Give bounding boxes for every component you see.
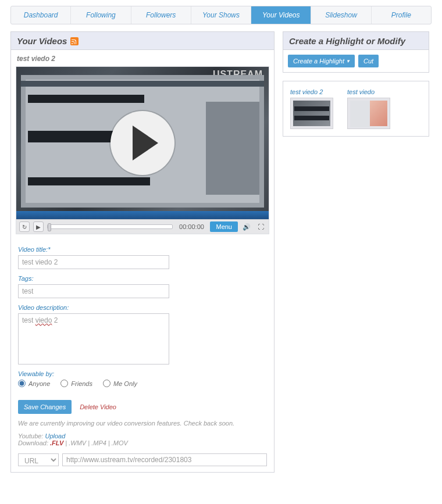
video-player: USTREAMRECORDED LIVE ↻ ▶ 00:00:00 — [16, 66, 269, 234]
thumb-title-link[interactable]: test viedo — [347, 88, 394, 95]
url-type-select[interactable]: URL — [18, 453, 59, 466]
highlight-title: Create a Highlight or Modify — [289, 36, 405, 46]
seek-bar[interactable] — [47, 224, 173, 229]
tab-your-shows[interactable]: Your Shows — [191, 6, 251, 24]
radio-anyone[interactable] — [18, 380, 26, 387]
highlight-panel: Create a Highlight or Modify Create a Hi… — [283, 31, 429, 73]
radio-meonly[interactable] — [103, 380, 110, 387]
play-small-button[interactable]: ▶ — [33, 221, 44, 232]
title-label: Video title:* — [18, 246, 267, 253]
tags-input[interactable] — [18, 284, 169, 298]
tab-your-videos[interactable]: Your Videos — [251, 6, 311, 24]
thumb-image[interactable] — [347, 98, 390, 129]
video-thumbs-panel: test viedo 2test viedo — [283, 81, 429, 137]
download-flv-link[interactable]: .FLV — [50, 439, 63, 446]
cut-button[interactable]: Cut — [358, 55, 379, 67]
viewable-options: Anyone Friends Me Only — [18, 380, 267, 387]
refresh-button[interactable]: ↻ — [19, 221, 30, 232]
fullscreen-icon[interactable]: ⛶ — [255, 223, 266, 231]
highlight-header: Create a Highlight or Modify — [283, 32, 429, 50]
tab-following[interactable]: Following — [71, 6, 131, 24]
play-icon — [133, 126, 158, 160]
radio-friends[interactable] — [60, 380, 68, 387]
desc-label: Video description: — [18, 304, 267, 311]
youtube-line: Youtube: Upload — [18, 432, 267, 439]
play-button[interactable] — [110, 111, 174, 175]
timecode: 00:00:00 — [176, 223, 206, 230]
opt-friends[interactable]: Friends — [60, 380, 92, 387]
tab-profile[interactable]: Profile — [372, 6, 431, 24]
save-button[interactable]: Save Changes — [18, 400, 72, 414]
thumb-image[interactable] — [290, 98, 333, 129]
your-videos-header: Your Videos — [11, 32, 274, 50]
opt-meonly[interactable]: Me Only — [103, 380, 137, 387]
share-url-input[interactable] — [62, 453, 267, 466]
panel-title: Your Videos — [17, 36, 67, 46]
youtube-upload-link[interactable]: Upload — [45, 432, 66, 439]
title-input[interactable] — [18, 255, 169, 269]
video-heading: test viedo 2 — [11, 50, 274, 66]
opt-anyone[interactable]: Anyone — [18, 380, 50, 387]
tab-followers[interactable]: Followers — [131, 6, 191, 24]
player-controls: ↻ ▶ 00:00:00 Menu 🔊 ⛶ — [16, 219, 269, 234]
video-form: Video title:* Tags: Video description: t… — [11, 238, 274, 472]
thumb-item: test viedo 2 — [290, 88, 337, 129]
volume-icon[interactable]: 🔊 — [241, 223, 252, 231]
your-videos-panel: Your Videos test viedo 2 USTREAMRECORDED… — [10, 31, 275, 473]
main-tabs: DashboardFollowingFollowersYour ShowsYou… — [10, 6, 432, 24]
chevron-down-icon: ▾ — [347, 58, 350, 64]
menu-button[interactable]: Menu — [210, 221, 238, 232]
tab-dashboard[interactable]: Dashboard — [11, 6, 71, 24]
rss-icon[interactable] — [70, 37, 79, 45]
desc-input[interactable]: test viedo 2 — [18, 313, 169, 364]
video-frame[interactable]: USTREAMRECORDED LIVE — [16, 67, 269, 219]
create-highlight-button[interactable]: Create a Highlight▾ — [288, 55, 355, 67]
download-line: Download: .FLV | .WMV | .MP4 | .MOV — [18, 439, 267, 446]
tags-label: Tags: — [18, 275, 267, 282]
thumb-title-link[interactable]: test viedo 2 — [290, 88, 337, 95]
tab-slideshow[interactable]: Slideshow — [311, 6, 371, 24]
delete-video-link[interactable]: Delete Video — [80, 403, 116, 410]
thumb-item: test viedo — [347, 88, 394, 129]
viewable-label: Viewable by: — [18, 370, 267, 377]
conversion-note: We are currently improving our video con… — [18, 420, 267, 427]
